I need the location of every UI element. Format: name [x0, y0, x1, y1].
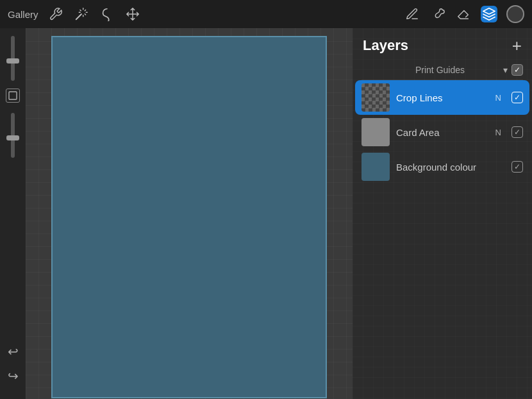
opacity-slider[interactable] — [11, 113, 15, 158]
toolbar-right — [404, 5, 524, 23]
layer-thumb-crop-lines — [362, 83, 390, 112]
selection-icon[interactable] — [6, 89, 20, 103]
check-icon: ✓ — [514, 66, 520, 74]
layers-icon[interactable] — [481, 6, 497, 22]
panel-title: Layers — [363, 37, 408, 54]
main-area: ↩ ↪ Layers + Print Guides ▾ ✓ Crop Line — [0, 28, 532, 399]
color-picker[interactable] — [506, 5, 524, 23]
brush-icon[interactable] — [429, 6, 446, 22]
layer-mode-crop-lines: N — [495, 93, 501, 103]
layer-visibility-crop-lines[interactable]: ✓ — [511, 92, 523, 103]
toolbar: Gallery — [0, 0, 532, 28]
add-layer-button[interactable]: + — [512, 37, 522, 54]
left-sidebar: ↩ ↪ — [0, 28, 26, 399]
layer-thumb-background — [362, 153, 390, 181]
layer-item-crop-lines[interactable]: Crop Lines N ✓ — [355, 80, 529, 115]
transform-icon[interactable] — [124, 6, 141, 22]
canvas-area — [26, 28, 353, 399]
teal-thumb — [362, 153, 390, 181]
undo-button[interactable]: ↩ — [4, 343, 22, 361]
pen-icon[interactable] — [404, 6, 420, 22]
group-label: Print Guides — [377, 65, 503, 75]
gray-thumb — [362, 118, 390, 146]
sidebar-bottom: ↩ ↪ — [4, 343, 22, 391]
smudge-icon[interactable] — [99, 6, 115, 22]
layer-name-background: Background colour — [396, 162, 495, 173]
print-guides-group[interactable]: Print Guides ▾ ✓ — [353, 60, 532, 80]
wrench-icon[interactable] — [47, 6, 64, 22]
layer-visibility-card-area[interactable]: ✓ — [511, 126, 523, 138]
group-visibility-checkbox[interactable]: ✓ — [511, 64, 523, 76]
wand-icon[interactable] — [73, 6, 90, 22]
layer-name-card-area: Card Area — [396, 127, 489, 138]
toolbar-left: Gallery — [8, 6, 141, 22]
layer-thumb-card-area — [362, 118, 390, 146]
brush-size-thumb[interactable] — [6, 58, 19, 64]
layer-visibility-background[interactable]: ✓ — [511, 161, 523, 173]
group-chevron-icon[interactable]: ▾ — [503, 65, 508, 75]
check-icon: ✓ — [514, 94, 520, 101]
checker-thumb — [362, 83, 390, 112]
layer-item-background-colour[interactable]: Background colour ✓ — [353, 149, 532, 184]
canvas-document — [51, 36, 327, 398]
svg-rect-0 — [9, 92, 17, 99]
gallery-button[interactable]: Gallery — [8, 9, 38, 20]
brush-size-slider[interactable] — [11, 36, 15, 81]
check-icon: ✓ — [514, 163, 520, 171]
layer-item-card-area[interactable]: Card Area N ✓ — [353, 115, 532, 149]
layers-panel: Layers + Print Guides ▾ ✓ Crop Lines N ✓ — [353, 28, 532, 399]
opacity-thumb[interactable] — [6, 135, 19, 140]
layer-mode-card-area: N — [495, 128, 501, 137]
redo-button[interactable]: ↪ — [4, 367, 22, 385]
eraser-icon[interactable] — [455, 6, 472, 22]
layer-name-crop-lines: Crop Lines — [396, 92, 489, 103]
panel-header: Layers + — [353, 28, 532, 60]
check-icon: ✓ — [514, 128, 520, 136]
